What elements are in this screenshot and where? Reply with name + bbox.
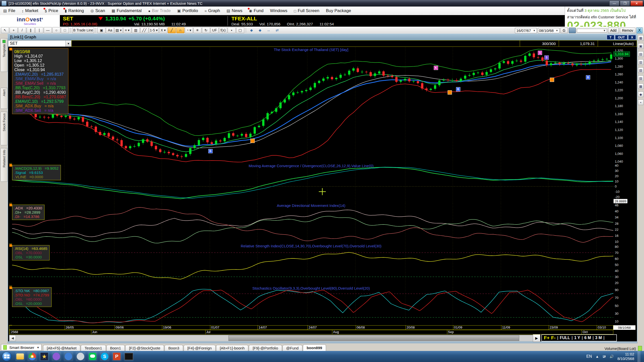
- scrollbar-thumb[interactable]: [228, 335, 519, 341]
- clock[interactable]: 11:02 8/10/2568: [617, 352, 634, 361]
- chart-tool-6[interactable]: 1-5 ▾: [149, 27, 159, 33]
- sidebar-tab-related-info[interactable]: Related Info: [1, 148, 8, 182]
- panel-macd[interactable]: Moving Average Convergence / Divergence(…: [9, 163, 613, 203]
- nav-arrow-3[interactable]: ⇄: [273, 27, 281, 33]
- gw-button-out[interactable]: OUT: [615, 35, 627, 40]
- taskbar-icon-star[interactable]: ★: [39, 352, 49, 361]
- chart-tool-4[interactable]: ▥: [132, 27, 140, 33]
- taskbar-icon-monitor[interactable]: [124, 352, 134, 361]
- menu-windows[interactable]: Windows: [267, 7, 291, 15]
- nav-arrow-2[interactable]: ↔: [265, 27, 273, 33]
- add-button[interactable]: Add: [608, 28, 619, 33]
- date-to-select[interactable]: 08/10/68▼: [538, 28, 559, 33]
- taskbar-icon-circle-purple[interactable]: [52, 352, 61, 361]
- graph-window-titlebar[interactable]: [Link1] Graph TOUTX: [8, 34, 637, 40]
- tray-expand-icon[interactable]: ▲: [595, 354, 599, 358]
- trade-line-button[interactable]: B Trade Line: [72, 27, 94, 33]
- taskbar-icon-ppt[interactable]: P: [112, 352, 122, 361]
- panel-rsi[interactable]: Relative Strength Index(CLOSE,14,30,70),…: [9, 244, 613, 286]
- folder-icon[interactable]: [569, 28, 576, 33]
- go-button[interactable]: G: [560, 28, 568, 33]
- chart-area[interactable]: The Stock Exchange of Thailand (SET) [da…: [9, 47, 635, 334]
- draw-tool-7[interactable]: □: [61, 27, 69, 33]
- tab--fund[interactable]: @Fund: [283, 345, 302, 351]
- panel-resize-handle[interactable]: [9, 244, 12, 247]
- range-1y[interactable]: 1 Y: [574, 336, 580, 340]
- draw-tool-5[interactable]: —: [44, 27, 52, 33]
- menu-scan[interactable]: ◎Scan: [87, 7, 108, 15]
- extra-tool-3[interactable]: UF: [211, 27, 219, 33]
- range-6m[interactable]: 6 M: [584, 336, 591, 340]
- draw-tool-1[interactable]: +: [10, 27, 18, 33]
- tab--f2-stockquote[interactable]: [F2]-@StockQuote: [125, 345, 164, 351]
- chevron-down-icon[interactable]: ▼: [65, 40, 71, 47]
- tab--alt-f1-boonh[interactable]: [Alt+F1]-boonh: [216, 345, 249, 351]
- nav-arrow-1[interactable]: ◆: [256, 27, 264, 33]
- highlighted-tool-1[interactable]: ∩: [176, 27, 184, 33]
- tab-testboon1[interactable]: Testboon1: [81, 345, 106, 351]
- language-indicator[interactable]: EN: [586, 354, 592, 359]
- range-3m[interactable]: 3 M: [595, 336, 602, 340]
- sidebar-tab-template[interactable]: Template: [1, 38, 8, 72]
- extra-tool-4[interactable]: f(x): [219, 27, 227, 33]
- chart-tool-1[interactable]: Aa: [106, 27, 114, 33]
- extra-tool-2[interactable]: ↻: [202, 27, 210, 33]
- maximize-button[interactable]: ❐: [620, 1, 630, 6]
- close-button[interactable]: ✕: [630, 1, 643, 6]
- taskbar-icon-line[interactable]: [88, 352, 97, 361]
- menu-buy-package[interactable]: Buy Package: [323, 7, 354, 15]
- menu-price[interactable]: $Price: [42, 7, 61, 15]
- f-minus-button[interactable]: F-: [551, 335, 556, 341]
- chart-canvas-macd[interactable]: [12, 163, 613, 203]
- right-tool-4[interactable]: ▧: [638, 67, 643, 73]
- panel-adx[interactable]: Average Directional Movement Index(14).A…: [9, 203, 613, 244]
- menu-market[interactable]: ↕Market: [19, 7, 42, 15]
- nav-arrow-0[interactable]: ◆: [248, 27, 256, 33]
- scroll-forward-button[interactable]: ▶: [533, 334, 540, 342]
- draw-tool-3[interactable]: ∥: [27, 27, 35, 33]
- chart-canvas-rsi[interactable]: [12, 244, 613, 286]
- right-tool-2[interactable]: ▤: [638, 51, 643, 57]
- sidebar-tab-stock-focus[interactable]: Stock Focus: [1, 112, 8, 145]
- chart-tool-0[interactable]: ▣: [97, 27, 105, 33]
- tfex-quote[interactable]: TFEX-ALL Deal. 55,933 Vol. 170,856 OInt.…: [228, 15, 337, 27]
- menu-bar-trade[interactable]: ●Bar Trade: [145, 7, 174, 15]
- right-tool-3[interactable]: ▥: [638, 59, 643, 65]
- taskbar-icon-circle-gray[interactable]: [76, 352, 85, 361]
- menu-fund[interactable]: ◉Fund: [246, 7, 267, 15]
- remove-button[interactable]: Remov: [620, 28, 635, 33]
- speaker-icon[interactable]: 🔊: [610, 354, 614, 358]
- draw-tool-6[interactable]: ○: [52, 27, 60, 33]
- chart-canvas-sto[interactable]: [12, 286, 613, 325]
- start-button[interactable]: [2, 352, 12, 361]
- chart-tool-3[interactable]: ≡ ▾: [123, 27, 131, 33]
- tab-boon1[interactable]: Boon1: [106, 345, 125, 351]
- panel-resize-handle[interactable]: [9, 204, 12, 206]
- chart-canvas-adx[interactable]: [12, 203, 613, 244]
- symbol-combobox[interactable]: SET ▼: [8, 40, 71, 47]
- taskbar-icon-folder[interactable]: [15, 352, 25, 361]
- horizontal-scrollbar[interactable]: ◀ ▶: [9, 335, 540, 341]
- menu-graph[interactable]: ≈Graph: [201, 7, 223, 15]
- extra-tool-1[interactable]: ✳: [193, 27, 202, 33]
- tab--alt-f5-market[interactable]: [Alt+F5]-@Market: [43, 345, 80, 351]
- scroll-left-button[interactable]: ◀: [9, 335, 16, 341]
- template-select[interactable]: ▼: [577, 29, 607, 32]
- date-from-select[interactable]: 16/07/67▼: [515, 28, 537, 33]
- tab-boon899[interactable]: boon899: [303, 344, 326, 351]
- draw-tool-2[interactable]: /: [18, 27, 26, 33]
- taskbar-icon-skype[interactable]: S: [100, 352, 109, 361]
- chart-tool-2[interactable]: ▨ ▾: [114, 27, 123, 33]
- range-full[interactable]: FULL: [560, 336, 570, 340]
- taskbar-icon-chrome[interactable]: [27, 352, 37, 361]
- draw-tool-4[interactable]: |: [35, 27, 43, 33]
- menu-news[interactable]: ▤News: [223, 7, 246, 15]
- right-tool-6[interactable]: ▩: [638, 83, 643, 89]
- network-icon[interactable]: 🖳: [602, 354, 606, 358]
- f-plus-button[interactable]: F+: [544, 335, 550, 341]
- sidebar-tab-alert[interactable]: Alert: [1, 88, 8, 109]
- panel-resize-handle[interactable]: [9, 48, 12, 51]
- menu-ranking[interactable]: ▮Ranking: [61, 7, 87, 15]
- right-tool-1[interactable]: ▣: [638, 43, 643, 49]
- chart-tool-7[interactable]: X ▾: [159, 27, 167, 33]
